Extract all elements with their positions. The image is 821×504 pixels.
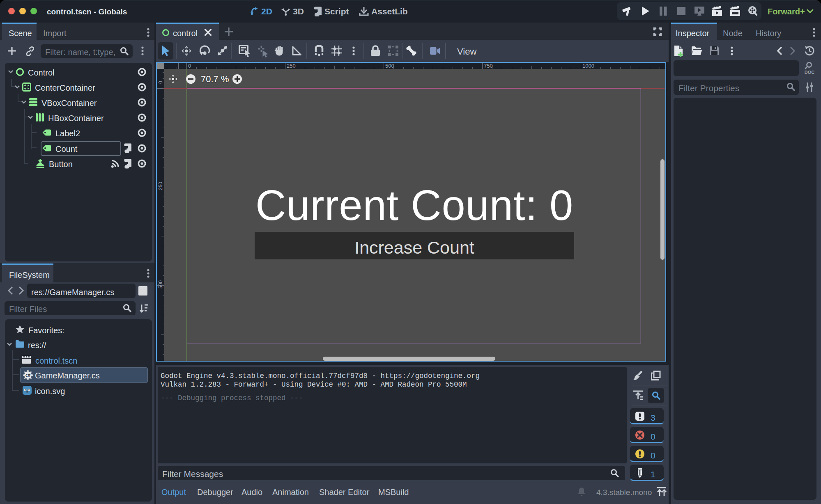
svg-text:DOC: DOC <box>805 70 815 75</box>
svg-text:c#: c# <box>25 373 30 378</box>
